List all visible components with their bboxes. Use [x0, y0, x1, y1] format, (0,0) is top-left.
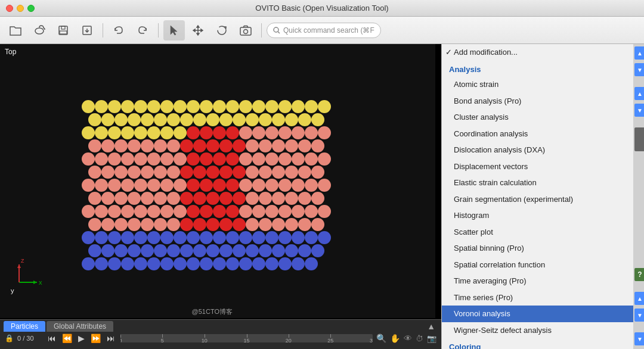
- sidebar-up-btn-1[interactable]: ▲: [634, 46, 644, 60]
- play-button[interactable]: ▶: [76, 333, 86, 344]
- menu-item-wigner-seitz[interactable]: Wigner-Seitz defect analysis: [442, 322, 636, 339]
- svg-point-29: [318, 100, 331, 113]
- undo-button[interactable]: [108, 20, 129, 40]
- svg-point-213: [305, 231, 318, 244]
- cloud-open-button[interactable]: [29, 20, 50, 40]
- menu-item-histogram[interactable]: Histogram: [442, 207, 636, 224]
- save-button[interactable]: [52, 20, 74, 40]
- menu-item-grain-segmentation[interactable]: Grain segmentation (experimental): [442, 191, 636, 208]
- hand-icon[interactable]: ✋: [390, 334, 400, 343]
- svg-point-184: [101, 218, 114, 231]
- step-forward-button[interactable]: ⏩: [89, 333, 103, 344]
- tabs-row: Particles Global Attributes ▲: [0, 320, 441, 332]
- svg-point-114: [108, 152, 121, 166]
- svg-point-77: [226, 179, 239, 192]
- svg-point-155: [88, 192, 101, 205]
- svg-point-88: [193, 218, 206, 231]
- tabs-collapse-button[interactable]: ▲: [425, 322, 438, 331]
- sidebar-up-btn-3[interactable]: ▲: [634, 292, 644, 305]
- svg-point-120: [239, 152, 252, 166]
- svg-point-8: [274, 27, 278, 32]
- svg-point-72: [219, 166, 233, 179]
- clock-icon[interactable]: ⏱: [416, 334, 423, 343]
- redo-button[interactable]: [132, 20, 153, 40]
- svg-point-30: [88, 113, 101, 126]
- svg-point-223: [193, 244, 206, 257]
- timeline-ruler[interactable]: 0 5 10 15 20 25 30: [120, 334, 373, 342]
- svg-point-237: [134, 257, 147, 270]
- svg-point-178: [265, 205, 278, 218]
- save-as-button[interactable]: [76, 20, 98, 40]
- svg-point-183: [88, 218, 101, 231]
- camera-icon[interactable]: 📷: [427, 334, 436, 343]
- help-btn[interactable]: ?: [634, 268, 644, 281]
- frame-display: 0 / 30: [17, 335, 42, 342]
- svg-point-227: [246, 244, 259, 257]
- viewport-bottom-bar: Particles Global Attributes ▲ 🔒 0 / 30 ⏮…: [0, 319, 441, 349]
- svg-point-236: [121, 257, 134, 270]
- svg-point-248: [278, 257, 292, 270]
- menu-item-dislocation-analysis[interactable]: Dislocation analysis (DXA): [442, 142, 636, 158]
- menu-item-voronoi-analysis[interactable]: Voronoi analysis: [442, 306, 636, 322]
- svg-point-196: [82, 231, 95, 244]
- traffic-lights: [6, 5, 35, 12]
- menu-item-time-averaging[interactable]: Time averaging (Pro): [442, 273, 636, 289]
- svg-point-95: [278, 126, 292, 139]
- lock-icon[interactable]: 🔒: [5, 334, 14, 342]
- menu-scroll-area[interactable]: Add modification... Analysis Atomic stra…: [442, 44, 644, 349]
- menu-item-spatial-binning[interactable]: Spatial binning (Pro): [442, 240, 636, 257]
- svg-point-37: [180, 113, 193, 126]
- svg-point-242: [200, 257, 213, 270]
- svg-point-189: [167, 218, 180, 231]
- svg-point-56: [187, 126, 200, 139]
- svg-point-216: [101, 244, 114, 257]
- go-start-button[interactable]: ⏮: [46, 333, 58, 344]
- menu-item-displacement-vectors[interactable]: Displacement vectors: [442, 158, 636, 175]
- menu-item-coordination-analysis[interactable]: Coordination analysis: [442, 126, 636, 142]
- menu-item-add-modification[interactable]: Add modification...: [442, 44, 636, 61]
- svg-point-123: [278, 152, 292, 166]
- viewport[interactable]: Top: [0, 44, 441, 349]
- svg-point-165: [285, 192, 298, 205]
- open-file-button[interactable]: [5, 20, 26, 40]
- tab-particles[interactable]: Particles: [4, 321, 45, 332]
- svg-point-83: [187, 205, 200, 218]
- go-end-button[interactable]: ⏭: [105, 333, 117, 344]
- minimize-button[interactable]: [17, 5, 24, 12]
- sidebar-down-btn-3[interactable]: ▼: [634, 309, 644, 322]
- svg-point-226: [233, 244, 246, 257]
- maximize-button[interactable]: [27, 5, 35, 12]
- svg-point-59: [226, 126, 239, 139]
- screenshot-button[interactable]: [235, 20, 256, 40]
- svg-point-52: [134, 126, 147, 139]
- svg-point-170: [108, 205, 121, 218]
- tab-global-attributes[interactable]: Global Attributes: [47, 321, 113, 332]
- move-tool-button[interactable]: [187, 20, 209, 40]
- menu-item-cluster-analysis[interactable]: Cluster analysis: [442, 109, 636, 126]
- svg-point-240: [174, 257, 187, 270]
- eye-icon[interactable]: 👁: [404, 334, 412, 343]
- step-back-button[interactable]: ⏪: [60, 333, 74, 344]
- svg-point-171: [121, 205, 134, 218]
- menu-item-atomic-strain[interactable]: Atomic strain: [442, 76, 636, 93]
- close-button[interactable]: [6, 5, 13, 12]
- menu-item-time-series[interactable]: Time series (Pro): [442, 289, 636, 306]
- search-box[interactable]: Quick command search (⌘F: [267, 23, 381, 38]
- svg-point-11: [82, 100, 95, 113]
- sidebar-blue-bottom[interactable]: ▼: [634, 332, 644, 345]
- sidebar-down-btn-2[interactable]: ▼: [634, 104, 644, 117]
- sidebar-up-btn-2[interactable]: ▲: [634, 87, 644, 100]
- rotate-tool-button[interactable]: [211, 20, 233, 40]
- svg-point-209: [252, 231, 265, 244]
- menu-item-bond-analysis[interactable]: Bond analysis (Pro): [442, 93, 636, 110]
- select-tool-button[interactable]: [163, 20, 185, 40]
- svg-point-140: [82, 179, 95, 192]
- svg-point-49: [95, 126, 108, 139]
- menu-item-elastic-strain[interactable]: Elastic strain calculation: [442, 174, 636, 191]
- svg-point-76: [213, 179, 226, 192]
- menu-item-scatter-plot[interactable]: Scatter plot: [442, 224, 636, 241]
- zoom-icon[interactable]: 🔍: [376, 334, 386, 343]
- svg-point-228: [259, 244, 272, 257]
- menu-item-spatial-correlation[interactable]: Spatial correlation function: [442, 257, 636, 273]
- sidebar-down-btn-1[interactable]: ▼: [634, 63, 644, 76]
